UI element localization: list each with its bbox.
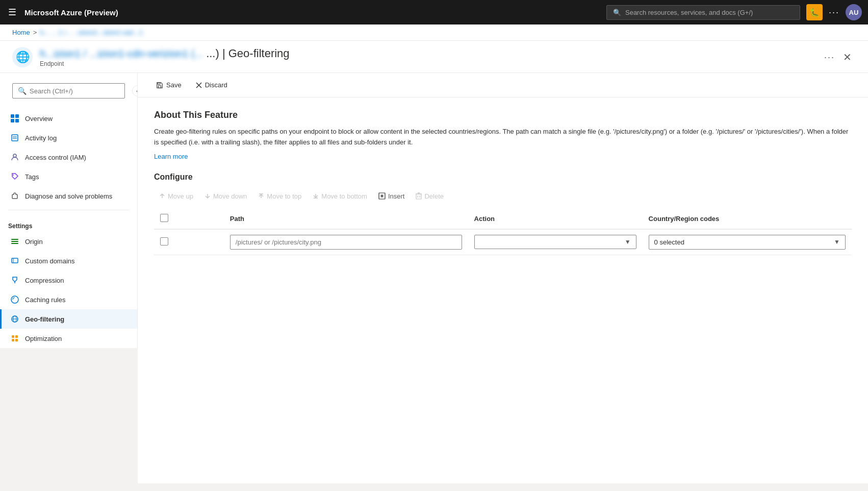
save-button[interactable]: Save (150, 78, 188, 92)
app-title: Microsoft Azure (Preview) (24, 8, 600, 17)
sidebar-item-diagnose[interactable]: Diagnose and solve problems (0, 186, 137, 206)
path-input[interactable] (230, 235, 462, 250)
global-search-box[interactable]: 🔍 Search resources, services, and docs (… (606, 5, 800, 20)
hamburger-icon[interactable]: ☰ (6, 5, 18, 20)
page-header: 🌐 h...izion1 / ...izion1-cdn-verizion1 (… (0, 41, 868, 73)
header-more-button[interactable]: ··· (824, 52, 835, 63)
settings-section-label: Settings (0, 214, 137, 232)
svg-rect-18 (12, 335, 14, 338)
svg-point-7 (13, 154, 16, 157)
region-dropdown-value: 0 selected (654, 238, 684, 246)
move-up-icon (159, 193, 165, 199)
discard-icon (196, 82, 202, 88)
sidebar-item-origin-label: Origin (25, 238, 43, 245)
delete-label: Delete (424, 192, 444, 200)
region-dropdown[interactable]: 0 selected ▼ (649, 235, 846, 250)
breadcrumb-item-1[interactable]: h... ... 1 /... ...izion1/...izion1-vari… (40, 29, 143, 36)
svg-rect-4 (12, 135, 18, 141)
svg-rect-12 (12, 258, 18, 263)
svg-rect-2 (11, 119, 14, 122)
globe-icon: 🌐 (16, 51, 30, 64)
discard-button[interactable]: Discard (190, 78, 234, 92)
sidebar-item-tags[interactable]: Tags (0, 167, 137, 186)
sidebar-item-caching-rules-label: Caching rules (25, 296, 66, 304)
search-placeholder: Search resources, services, and docs (G+… (625, 9, 753, 16)
delete-button[interactable]: Delete (411, 190, 449, 203)
table-select-all-checkbox[interactable] (160, 214, 168, 222)
delete-icon (416, 192, 422, 200)
sidebar-item-activity-log[interactable]: Activity log (0, 128, 137, 148)
sidebar-item-optimization[interactable]: Optimization (0, 329, 137, 348)
move-to-top-icon (258, 193, 264, 199)
overview-icon (10, 113, 20, 124)
avatar[interactable]: AU (846, 4, 862, 20)
action-column-header: Action (468, 209, 643, 229)
breadcrumb: Home > h... ... 1 /... ...izion1/...izio… (0, 24, 868, 41)
sidebar-search-box[interactable]: 🔍 (12, 83, 125, 99)
move-up-button[interactable]: Move up (154, 190, 198, 203)
svg-rect-20 (12, 339, 14, 341)
insert-button[interactable]: Insert (373, 190, 410, 203)
move-down-label: Move down (213, 192, 247, 200)
custom-domains-icon (10, 256, 20, 266)
sidebar-item-compression[interactable]: Compression (0, 271, 137, 290)
table-row: ▼ 0 selected ▼ (154, 229, 852, 255)
content-area: Save Discard About This Feature Create g… (138, 73, 868, 483)
save-label: Save (166, 81, 182, 89)
action-dropdown-arrow: ▼ (625, 238, 631, 245)
move-to-top-button[interactable]: Move to top (253, 190, 307, 203)
region-dropdown-arrow: ▼ (834, 238, 840, 245)
feedback-button[interactable]: 🐛 (806, 4, 823, 20)
breadcrumb-home[interactable]: Home (12, 29, 30, 36)
sidebar-item-overview-label: Overview (25, 115, 53, 122)
caching-rules-icon (10, 294, 20, 305)
sidebar-item-overview[interactable]: Overview (0, 109, 137, 128)
svg-rect-10 (11, 241, 18, 242)
svg-rect-35 (416, 194, 421, 199)
move-down-button[interactable]: Move down (199, 190, 252, 203)
svg-rect-23 (158, 82, 160, 84)
sidebar-search-input[interactable] (30, 87, 119, 95)
top-navigation: ☰ Microsoft Azure (Preview) 🔍 Search res… (0, 0, 868, 24)
move-to-bottom-button[interactable]: Move to bottom (308, 190, 372, 203)
insert-label: Insert (388, 192, 405, 200)
tags-icon (10, 171, 20, 182)
svg-rect-19 (15, 335, 18, 338)
sidebar-item-geo-filtering[interactable]: Geo-filtering (0, 309, 137, 329)
sidebar-item-caching-rules[interactable]: Caching rules (0, 290, 137, 309)
row-checkbox[interactable] (160, 237, 168, 245)
main-layout: 🔍 « Overview Activity log (0, 73, 868, 483)
geo-filtering-icon (10, 314, 20, 324)
learn-more-link[interactable]: Learn more (154, 153, 188, 160)
svg-rect-22 (158, 85, 161, 87)
access-control-icon (10, 152, 20, 162)
sidebar-item-compression-label: Compression (25, 277, 64, 284)
compression-icon (10, 275, 20, 285)
origin-icon (10, 236, 20, 247)
action-dropdown[interactable]: ▼ (474, 235, 636, 249)
svg-rect-21 (15, 339, 18, 341)
sidebar-divider (8, 210, 129, 210)
sidebar-item-diagnose-label: Diagnose and solve problems (25, 192, 112, 200)
top-nav-right: 🐛 ··· AU (806, 4, 862, 20)
sidebar-item-custom-domains-label: Custom domains (25, 257, 75, 265)
header-actions: ··· ✕ (824, 49, 856, 65)
close-button[interactable]: ✕ (839, 49, 856, 65)
sidebar-item-optimization-label: Optimization (25, 335, 62, 342)
discard-label: Discard (205, 81, 227, 89)
svg-rect-3 (15, 119, 19, 122)
breadcrumb-sep-1: > (33, 29, 37, 36)
optimization-icon (10, 333, 20, 343)
configure-title: Configure (154, 173, 852, 182)
save-icon (156, 82, 163, 89)
svg-rect-9 (11, 239, 18, 240)
region-column-header: Country/Region codes (643, 209, 852, 229)
page-subtitle: Endpoint (40, 60, 817, 67)
sidebar-item-custom-domains[interactable]: Custom domains (0, 251, 137, 271)
move-down-icon (205, 193, 211, 199)
sidebar-item-access-control[interactable]: Access control (IAM) (0, 148, 137, 167)
sidebar-collapse-button[interactable]: « (132, 85, 138, 96)
move-to-bottom-icon (313, 193, 319, 199)
sidebar-item-origin[interactable]: Origin (0, 232, 137, 251)
more-options-button[interactable]: ··· (829, 7, 839, 18)
